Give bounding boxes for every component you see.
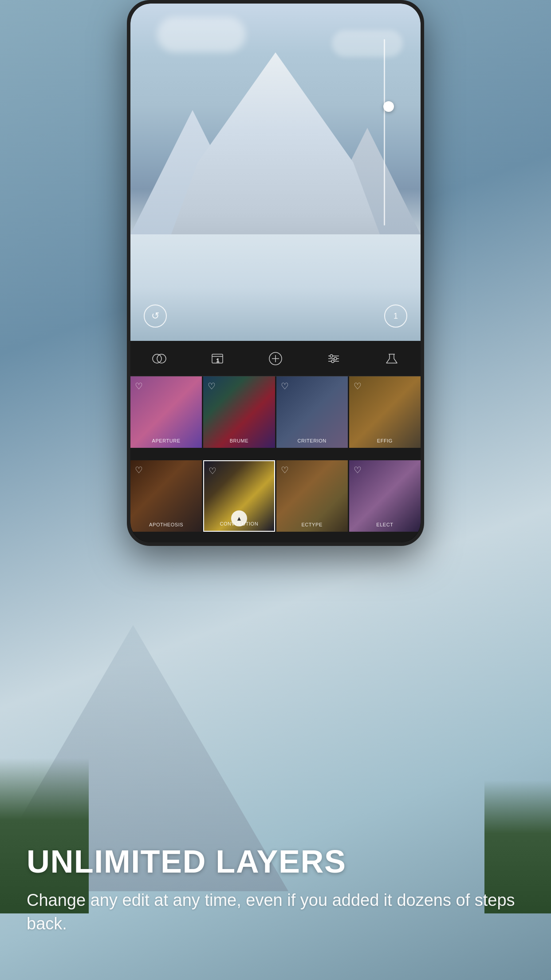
headline: UNLIMITED LAYERS (27, 844, 524, 879)
filter-name-elect: ELECT (349, 522, 421, 527)
heart-effig[interactable]: ♡ (354, 381, 362, 391)
heart-ectype[interactable]: ♡ (281, 465, 289, 475)
add-icon[interactable] (265, 348, 286, 369)
badge-button[interactable]: 1 (384, 304, 407, 328)
cloud-left (157, 17, 246, 52)
filter-name-aperture: APERTURE (130, 438, 202, 443)
svg-text:1: 1 (216, 358, 219, 363)
layers-icon[interactable]: 1 (207, 348, 228, 369)
heart-aperture[interactable]: ♡ (135, 381, 143, 391)
photo-area: ↺ 1 (130, 4, 421, 341)
svg-point-12 (334, 357, 337, 360)
heart-apotheosis[interactable]: ♡ (135, 465, 143, 475)
slider-thumb[interactable] (383, 101, 394, 112)
filter-name-apotheosis: APOTHEOSIS (130, 522, 202, 527)
filter-name-effig: EFFIG (349, 438, 421, 443)
blend-icon[interactable] (149, 348, 170, 369)
filter-effig[interactable]: ♡ EFFIG (349, 376, 421, 448)
expand-button[interactable]: ▲ (231, 510, 247, 526)
refresh-button[interactable]: ↺ (144, 304, 167, 328)
slider-track (384, 39, 385, 225)
adjustments-icon[interactable] (323, 348, 344, 369)
heart-brume[interactable]: ♡ (208, 381, 216, 391)
filter-name-ectype: ECTYPE (276, 522, 348, 527)
flask-icon[interactable] (381, 348, 402, 369)
filter-name-brume: BRUME (203, 438, 275, 443)
cloud-right (332, 30, 403, 57)
svg-point-11 (330, 355, 333, 357)
filter-elect[interactable]: ♡ ELECT (349, 460, 421, 532)
filter-ectype[interactable]: ♡ ECTYPE (276, 460, 348, 532)
heart-criterion[interactable]: ♡ (281, 381, 289, 391)
phone-screen: ↺ 1 1 (130, 4, 421, 542)
filter-brume[interactable]: ♡ BRUME (203, 376, 275, 448)
svg-point-13 (331, 360, 334, 363)
subtext: Change any edit at any time, even if you… (27, 889, 524, 936)
heart-convolution[interactable]: ♡ (209, 466, 216, 476)
filter-aperture[interactable]: ♡ APERTURE (130, 376, 202, 448)
filter-convolution[interactable]: ♡ CONVOLUTION ▲ (203, 460, 275, 532)
filter-name-criterion: CRITERION (276, 438, 348, 443)
filter-criterion[interactable]: ♡ CRITERION (276, 376, 348, 448)
marketing-section: UNLIMITED LAYERS Change any edit at any … (0, 589, 551, 980)
phone-device: ↺ 1 1 (127, 0, 424, 546)
heart-elect[interactable]: ♡ (354, 465, 362, 475)
filter-apotheosis[interactable]: ♡ APOTHEOSIS (130, 460, 202, 532)
badge-count: 1 (394, 312, 398, 321)
toolbar: 1 (130, 341, 421, 376)
snow-ground (130, 234, 421, 341)
filter-grid: ♡ APERTURE ♡ BRUME ♡ CRITERION ♡ EFFIG (130, 376, 421, 542)
